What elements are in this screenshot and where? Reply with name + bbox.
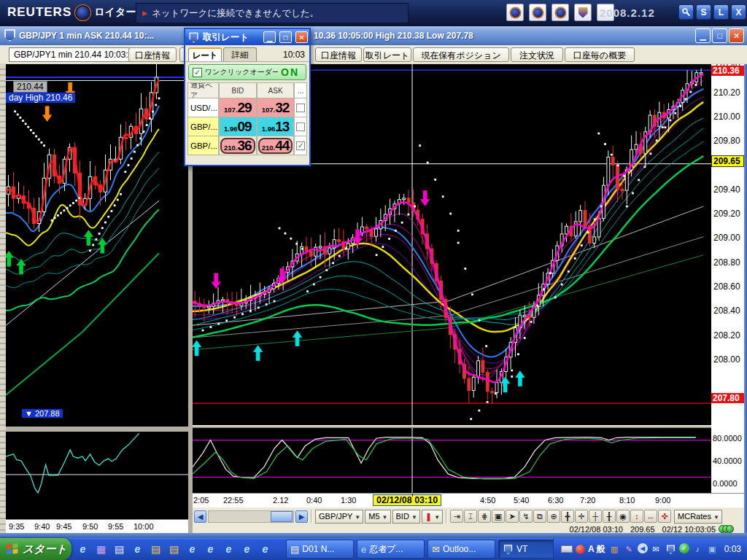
s-button[interactable]: S: [696, 4, 711, 20]
ask-price-button[interactable]: 1.9613: [257, 117, 295, 136]
price-side-dropdown[interactable]: BID ▼: [392, 510, 420, 524]
one-click-order-toggle[interactable]: ✓ ワンクリックオーダー ON: [188, 64, 306, 80]
dialog-maximize-button[interactable]: □: [279, 31, 292, 43]
ie-icon[interactable]: e: [185, 540, 199, 557]
cursor-icon[interactable]: ➤: [506, 510, 519, 523]
taskbar-button-[interactable]: e忍者ブ...: [357, 540, 425, 559]
taskbar-button-d01n[interactable]: ▤D01 N...: [286, 540, 354, 559]
tab-detail[interactable]: 詳細: [223, 47, 257, 61]
maximize-button[interactable]: □: [712, 28, 727, 43]
column-header: 通貨ペア: [187, 82, 219, 98]
reuters-coin-button[interactable]: [529, 4, 546, 21]
display-icon[interactable]: ▣: [706, 543, 719, 556]
crosshair-track-icon[interactable]: ╂: [603, 510, 616, 523]
app-titlebar[interactable]: GBP/JPY 1 min ASK 210.44 10:... 10.36 10…: [0, 26, 747, 45]
zoom-in-icon[interactable]: ⊕: [547, 510, 560, 523]
row-checkbox[interactable]: [296, 122, 305, 131]
minimize-button[interactable]: ▁: [695, 28, 711, 43]
mail-icon[interactable]: ✉: [650, 543, 662, 556]
chart-symbol-tab[interactable]: GBP/JPY1 min 210.44 10:03:00: [9, 47, 143, 62]
dialog-minimize-button[interactable]: ▁: [263, 31, 276, 43]
ie-icon[interactable]: e: [222, 540, 236, 557]
candle-style-dropdown[interactable]: ❚ ▼: [422, 510, 443, 524]
reuters-coin-button[interactable]: [551, 4, 569, 21]
status-last-update: 02/12 10:03:05: [662, 525, 716, 534]
ask-price-button[interactable]: 210.44: [257, 136, 295, 155]
vertical-measure-icon[interactable]: ↕: [630, 510, 643, 523]
measure-cross-icon[interactable]: ✜: [658, 510, 671, 523]
keyboard-icon[interactable]: [561, 545, 573, 553]
ie-icon[interactable]: e: [204, 540, 217, 557]
quote-box-icon[interactable]: ▣: [492, 510, 505, 523]
notepad-icon[interactable]: ▤: [112, 540, 126, 557]
left-chart-panel[interactable]: 210.44 day High 210.46 ▼ 207.88: [6, 64, 188, 427]
one-click-checkbox[interactable]: ✓: [193, 68, 202, 77]
gbpjpy-1min-oscillator[interactable]: [6, 432, 188, 519]
tab-main-3[interactable]: 注文状況: [511, 47, 563, 62]
snap-to-line-icon[interactable]: ⇥: [450, 510, 463, 523]
tab-main-1[interactable]: 取引レート: [363, 47, 411, 62]
grid-icon[interactable]: ⋕: [478, 510, 491, 523]
reuters-coin-button[interactable]: [506, 4, 524, 21]
gbpjpy-1min-chart[interactable]: [6, 64, 188, 427]
horizontal-measure-icon[interactable]: ↔: [644, 510, 657, 523]
brush-icon[interactable]: ✎: [623, 543, 635, 556]
wrench-button[interactable]: [678, 4, 694, 20]
crosshair-thin-icon[interactable]: ┼: [589, 510, 602, 523]
crosshair-icon[interactable]: ✛: [575, 510, 588, 523]
bid-price-button[interactable]: 1.9609: [219, 117, 257, 136]
toolbox-icon[interactable]: ▥: [608, 543, 621, 556]
vt-shield-icon[interactable]: [665, 543, 677, 556]
speaker-icon[interactable]: ♪: [692, 543, 704, 556]
chart-scrollbar[interactable]: [208, 510, 294, 523]
globe-icon[interactable]: ◉: [616, 510, 630, 523]
tab-main-4[interactable]: 口座毎の概要: [565, 47, 635, 62]
mcrates-dropdown[interactable]: MCRates ▼: [674, 510, 722, 524]
bid-price-button[interactable]: 107.29: [219, 98, 257, 117]
crosshair-dot-icon[interactable]: ╋: [561, 510, 574, 523]
tab-rate[interactable]: レート: [188, 47, 222, 61]
scrollbar-thumb[interactable]: [271, 511, 293, 522]
time-label: 9:55: [108, 522, 123, 531]
ie-icon[interactable]: e: [131, 540, 144, 557]
x-button[interactable]: X: [731, 4, 746, 20]
bid-price-button[interactable]: 210.36: [219, 136, 257, 155]
oscillator-tick: 0.0000: [713, 479, 738, 488]
taskbar-button-outloo[interactable]: ✉Outloo...: [427, 540, 495, 559]
task-label: D01 N...: [302, 544, 334, 554]
timeframe-dropdown[interactable]: M5 ▼: [365, 510, 390, 524]
panel-splitter[interactable]: [6, 427, 188, 432]
row-checkbox[interactable]: [296, 104, 305, 112]
trend-arrows-icon[interactable]: ↯: [519, 510, 533, 523]
dialog-close-button[interactable]: ✕: [295, 31, 308, 43]
stochastic-panel[interactable]: [193, 427, 711, 493]
chevron-icon[interactable]: ◀: [638, 543, 648, 553]
start-button[interactable]: スタート: [0, 538, 71, 560]
symbol-dropdown[interactable]: GBP/JPY ▼: [315, 510, 363, 524]
ie-icon[interactable]: e: [258, 540, 272, 557]
left-oscillator-panel[interactable]: [6, 432, 188, 519]
media-icon[interactable]: ▦: [94, 540, 108, 557]
docked-edge-grip[interactable]: [0, 64, 6, 533]
ime-language-indicator[interactable]: A 般: [588, 543, 605, 556]
l-button[interactable]: L: [713, 4, 729, 20]
language-ball-icon[interactable]: [576, 545, 585, 554]
scroll-left-button[interactable]: ◀: [194, 510, 206, 523]
antivirus-check-icon[interactable]: ✓: [679, 543, 689, 553]
row-checkbox[interactable]: ✓: [296, 141, 305, 150]
ask-price-button[interactable]: 107.32: [257, 98, 295, 117]
scroll-right-button[interactable]: ▶: [295, 510, 308, 523]
tab-left-0[interactable]: 口座情報: [128, 47, 177, 62]
crest-button[interactable]: [574, 4, 592, 21]
ie-icon[interactable]: e: [240, 540, 254, 557]
tile-windows-icon[interactable]: ⧉: [533, 510, 546, 523]
dialog-titlebar[interactable]: 取引レート ▁ □ ✕: [185, 29, 309, 45]
value-axis-icon[interactable]: ⌶: [464, 510, 477, 523]
gbpjpy-5min-stochastic[interactable]: [193, 428, 711, 493]
close-button[interactable]: ✕: [729, 28, 744, 43]
tab-main-2[interactable]: 現在保有ポジション: [413, 47, 509, 62]
ie-icon[interactable]: e: [76, 540, 90, 557]
tab-main-0[interactable]: 口座情報: [315, 47, 362, 62]
folder-icon[interactable]: ▤: [149, 540, 163, 557]
folder-icon[interactable]: ▤: [167, 540, 181, 557]
